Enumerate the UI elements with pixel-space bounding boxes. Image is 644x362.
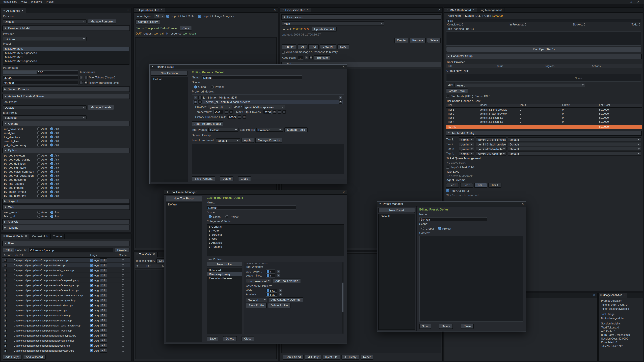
ask-radio[interactable]: [50, 174, 54, 177]
full-button[interactable]: Full: [100, 309, 107, 312]
add-wildcard-button[interactable]: Add Wildcard: [23, 355, 46, 360]
full-button[interactable]: Full: [100, 279, 107, 282]
ask-radio[interactable]: [50, 211, 54, 214]
tab-close-icon[interactable]: ✕: [160, 8, 162, 12]
auto-radio[interactable]: [37, 136, 40, 139]
tool-preset-manager-titlebar[interactable]: ▼ Tool Preset Manager ✕: [164, 190, 347, 195]
tool-preset-name-input[interactable]: Default: [206, 205, 296, 210]
tab-operations-hub[interactable]: ≡ Operations Hub ✕: [134, 8, 165, 12]
manage-presets-button[interactable]: Manage Presets: [88, 105, 114, 110]
system-prompt-textarea[interactable]: [192, 144, 344, 174]
tab-close-icon[interactable]: ✕: [306, 8, 308, 12]
model-option[interactable]: MiniMax-M2.1: [3, 55, 129, 59]
stream-tab[interactable]: Tier 3: [474, 183, 487, 188]
clear-status-button[interactable]: Clear: [180, 26, 192, 30]
tab-mma-dashboard[interactable]: ≡ MMA Dashboard ✕: [444, 8, 477, 12]
table-row[interactable]: x C:/projects/gencpp/base/components/cod…: [2, 268, 130, 273]
create-track-button[interactable]: Create Track: [446, 88, 468, 93]
move-down-button[interactable]: ↓: [198, 96, 202, 99]
remove-file-button[interactable]: x: [4, 344, 7, 347]
bias-profile-item[interactable]: Balanced: [207, 268, 242, 272]
panel-close-icon[interactable]: ✕: [272, 8, 278, 12]
persona-name-input[interactable]: Default: [202, 76, 302, 80]
table-row[interactable]: x C:/projects/gencpp/base/dependencies/d…: [2, 344, 130, 349]
section-tier-model-config[interactable]: ▼ Tier Model Config: [446, 131, 642, 136]
panel-close-icon[interactable]: ✕: [436, 8, 442, 12]
remove-file-button[interactable]: x: [4, 334, 7, 337]
entry-action-button[interactable]: Save: [337, 44, 349, 49]
scope-project-radio[interactable]: [225, 215, 228, 218]
close-icon[interactable]: ✕: [340, 191, 345, 194]
ask-radio[interactable]: [50, 162, 54, 165]
remove-file-button[interactable]: x: [4, 294, 7, 297]
ask-radio[interactable]: [50, 140, 54, 143]
close-icon[interactable]: ✕: [340, 65, 345, 68]
remove-file-button[interactable]: x: [4, 309, 7, 312]
table-row[interactable]: x C:/projects/gencpp/base/components/par…: [2, 293, 130, 298]
create-discussion-button[interactable]: Create: [394, 38, 408, 43]
new-track-name-input[interactable]: Name: [446, 74, 641, 82]
tier-model-select[interactable]: gemini-2.5-flash-lite: [476, 152, 506, 156]
agg-checkbox[interactable]: [90, 284, 93, 287]
scrollbar[interactable]: [342, 263, 344, 334]
tab-usage-analytics[interactable]: ≡ Usage Analytics ✕: [599, 293, 628, 298]
tool-category-header[interactable]: ▼ Web: [2, 204, 130, 210]
scrollbar-thumb[interactable]: [342, 282, 344, 312]
remove-file-button[interactable]: x: [4, 274, 7, 277]
table-row[interactable]: x C:/projects/gencpp/base/components/int…: [2, 288, 130, 293]
auto-radio[interactable]: [37, 190, 40, 193]
model-option[interactable]: MiniMax-M2.5-highspeed: [3, 51, 129, 55]
tier-preset-select[interactable]: Default: [508, 138, 641, 142]
delete-discussion-button[interactable]: Delete: [427, 38, 441, 43]
ask-radio[interactable]: [50, 128, 54, 131]
full-button[interactable]: Full: [100, 349, 107, 353]
preset-content-textarea[interactable]: [419, 236, 523, 322]
scope-global-radio[interactable]: [421, 227, 424, 230]
table-row[interactable]: x C:/projects/gencpp/base/components/ast…: [2, 328, 130, 333]
paths-tab[interactable]: Paths: [3, 248, 14, 252]
auto-radio[interactable]: [37, 132, 40, 135]
auto-radio[interactable]: [37, 140, 40, 143]
close-dialog-button[interactable]: Close: [461, 324, 474, 329]
preferred-model-row[interactable]: ↑ ↓ 2. gemini_cli - gemini-3-flash-previ…: [193, 100, 343, 104]
pop-out-usage-checkbox[interactable]: [198, 14, 201, 17]
new-preset-button[interactable]: New Preset: [378, 208, 415, 213]
multiplier-input[interactable]: 1.3x: [266, 293, 278, 297]
close-icon[interactable]: ✕: [520, 202, 524, 206]
section-discussions[interactable]: ▼ Discussions: [282, 14, 441, 19]
table-row[interactable]: x C:/projects/gencpp/base/components/con…: [2, 318, 130, 323]
bias-profile-select[interactable]: Balanced: [3, 115, 86, 119]
remove-file-button[interactable]: x: [4, 279, 7, 282]
plus-button[interactable]: +: [84, 81, 88, 84]
auto-radio[interactable]: [37, 186, 40, 189]
load-preset-select[interactable]: Default: [216, 138, 240, 142]
delete-tool-preset-button[interactable]: Delete: [223, 336, 237, 341]
section-files[interactable]: ▼ Files: [2, 241, 130, 246]
auto-add-checkbox[interactable]: [282, 51, 285, 54]
table-row[interactable]: x C:/projects/gencpp/base/dependencies/c…: [2, 338, 130, 344]
tier-model-select[interactable]: gemini-3-flash-preview: [476, 142, 506, 146]
agg-checkbox[interactable]: [90, 324, 93, 327]
bias-profile-item[interactable]: Execution-Focused: [207, 276, 242, 280]
history-limit-input[interactable]: 900000: [3, 81, 78, 85]
provider-select[interactable]: gemini_cli: [208, 105, 232, 109]
remove-file-button[interactable]: x: [4, 259, 7, 262]
full-button[interactable]: Full: [100, 258, 107, 262]
table-row[interactable]: x C:/projects/gencpp/base/components/par…: [2, 258, 130, 263]
minus-button[interactable]: -: [238, 115, 241, 119]
remove-model-button[interactable]: ✕: [339, 96, 342, 99]
composer-action-button[interactable]: Inject File: [322, 355, 340, 360]
pop-out-tier3-checkbox[interactable]: [446, 189, 449, 192]
agg-checkbox[interactable]: [90, 334, 93, 337]
plan-epic-button[interactable]: Plan Epic (Tier 1): [446, 47, 641, 52]
remove-weight-button[interactable]: ✕: [277, 270, 280, 273]
auto-radio[interactable]: [37, 128, 40, 131]
tree-item[interactable]: ▶ Web: [207, 237, 344, 241]
weight-input[interactable]: 4: [266, 270, 276, 274]
epic-planning-textarea[interactable]: [446, 32, 641, 46]
save-profile-button[interactable]: Save Profile: [246, 303, 267, 308]
remove-model-button[interactable]: ✕: [339, 100, 342, 104]
full-button[interactable]: Full: [100, 344, 107, 348]
bias-profile-item[interactable]: Discovery-Heavy: [207, 272, 242, 276]
panel-close-icon[interactable]: ✕: [591, 294, 598, 297]
